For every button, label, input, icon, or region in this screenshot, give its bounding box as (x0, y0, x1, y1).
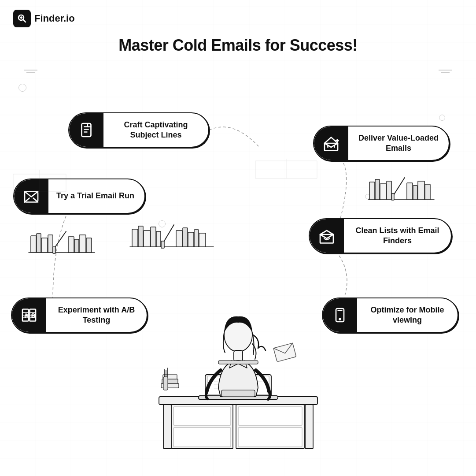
diagram-area: Craft Captivating Subject Lines Deliver … (0, 82, 476, 476)
logo: Finder.io (13, 10, 75, 27)
svg-rect-63 (413, 186, 417, 200)
svg-rect-65 (425, 184, 430, 200)
page-title: Master Cold Emails for Success! (0, 36, 476, 55)
svg-rect-61 (391, 193, 394, 200)
card-deliver-value: Deliver Value-Loaded Emails (313, 126, 450, 161)
svg-rect-62 (407, 183, 413, 200)
logo-icon (13, 10, 31, 27)
card-clean-lists: Clean Lists with Email Finders (309, 218, 452, 253)
deco-right (439, 70, 452, 73)
shelf-left (26, 223, 97, 260)
svg-rect-83 (234, 350, 243, 361)
svg-rect-56 (369, 182, 375, 200)
svg-rect-33 (37, 234, 41, 253)
svg-rect-45 (144, 231, 150, 247)
document-icon-box (69, 113, 103, 147)
svg-rect-43 (132, 229, 138, 247)
svg-rect-46 (151, 227, 156, 247)
svg-rect-58 (380, 184, 386, 200)
email-icon-box-2 (310, 219, 344, 253)
svg-rect-32 (31, 236, 36, 253)
svg-rect-44 (138, 226, 143, 247)
svg-rect-70 (173, 407, 231, 425)
shelf-right-upper (366, 170, 436, 207)
email-icon-box-1 (14, 179, 48, 213)
card-trial-email-text: Try a Trial Email Run (48, 186, 142, 205)
card-mobile-text: Optimize for Mobile viewing (357, 301, 458, 330)
svg-rect-35 (48, 235, 53, 253)
card-deliver-value-text: Deliver Value-Loaded Emails (348, 129, 449, 158)
card-ab-testing-text: Experiment with A/B Testing (46, 301, 147, 330)
svg-rect-85 (221, 390, 255, 397)
card-craft-subject-lines: Craft Captivating Subject Lines (68, 112, 209, 148)
svg-rect-34 (41, 238, 48, 253)
svg-line-36 (54, 231, 66, 249)
header: Finder.io (0, 0, 476, 32)
card-ab-testing: A B AB Experiment with A/B Testing (11, 298, 148, 333)
svg-rect-38 (68, 237, 74, 253)
svg-rect-67 (163, 405, 171, 449)
svg-text:A: A (25, 312, 29, 319)
svg-rect-41 (86, 238, 92, 253)
card-mobile-optimize: Optimize for Mobile viewing (322, 298, 458, 333)
svg-rect-4 (82, 123, 91, 137)
svg-rect-68 (305, 405, 313, 449)
card-craft-subject-text: Craft Captivating Subject Lines (103, 115, 208, 145)
svg-rect-49 (161, 241, 164, 248)
svg-rect-57 (375, 179, 380, 200)
center-illustration (137, 291, 339, 476)
card-trial-email: Try a Trial Email Run (13, 178, 145, 214)
svg-rect-52 (188, 232, 194, 247)
svg-line-14 (33, 198, 38, 202)
document-icon (78, 122, 94, 138)
svg-line-13 (25, 198, 30, 202)
email-open-icon (323, 135, 339, 151)
card-clean-lists-text: Clean Lists with Email Finders (344, 221, 451, 251)
svg-rect-39 (74, 239, 79, 253)
svg-rect-54 (199, 233, 206, 247)
deco-left (24, 70, 37, 73)
email-icon-1 (23, 188, 39, 204)
svg-rect-89 (163, 377, 168, 390)
svg-point-29 (339, 319, 341, 320)
svg-rect-71 (173, 428, 231, 447)
svg-rect-59 (387, 181, 391, 200)
svg-rect-64 (418, 181, 424, 200)
svg-text:B: B (31, 312, 36, 319)
shelf-center (128, 214, 216, 255)
svg-rect-93 (273, 343, 296, 362)
ab-icon-box: A B AB (12, 298, 46, 332)
svg-rect-84 (218, 361, 258, 364)
svg-rect-47 (156, 231, 161, 247)
svg-rect-50 (176, 231, 182, 247)
svg-rect-37 (53, 247, 55, 253)
ab-icon: A B AB (21, 307, 37, 323)
svg-rect-40 (79, 235, 86, 253)
logo-text: Finder.io (34, 13, 75, 24)
svg-rect-51 (183, 228, 188, 247)
email-icon-2 (319, 228, 335, 244)
svg-rect-73 (238, 407, 302, 425)
email-open-icon-box (314, 126, 348, 160)
svg-rect-74 (238, 428, 302, 447)
svg-rect-53 (194, 230, 199, 247)
svg-line-1 (23, 19, 26, 22)
